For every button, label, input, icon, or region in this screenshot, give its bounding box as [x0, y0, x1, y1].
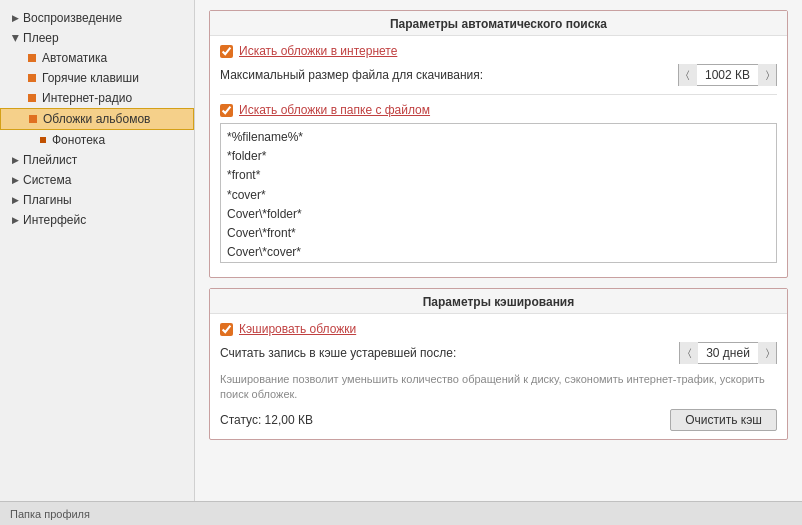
search-internet-row: Искать обложки в интернете [220, 44, 777, 58]
spinner-decrement-button[interactable]: 〈 [679, 64, 697, 86]
sidebar-label: Интернет-радио [42, 91, 132, 105]
content-area: ▶ Воспроизведение ▶ Плеер Автоматика Гор… [0, 0, 802, 501]
file-pattern-item: *cover* [227, 186, 770, 205]
sidebar-item-plugins[interactable]: ▶ Плагины [0, 190, 194, 210]
sidebar-item-internet-radio[interactable]: Интернет-радио [0, 88, 194, 108]
bullet-icon [28, 54, 36, 62]
search-folder-label[interactable]: Искать обложки в папке с файлом [239, 103, 430, 117]
sidebar-label: Система [23, 173, 71, 187]
spinner-increment-button[interactable]: 〉 [758, 64, 776, 86]
sidebar-label: Плейлист [23, 153, 77, 167]
sidebar-label: Плеер [23, 31, 59, 45]
cache-covers-checkbox[interactable] [220, 323, 233, 336]
cache-expire-spinner: 〈 30 дней 〉 [679, 342, 777, 364]
arrow-icon: ▶ [12, 195, 19, 205]
sidebar-item-playlist[interactable]: ▶ Плейлист [0, 150, 194, 170]
sidebar-label: Воспроизведение [23, 11, 122, 25]
max-file-size-spinner: 〈 1002 КВ 〉 [678, 64, 777, 86]
sidebar-label: Фонотека [52, 133, 105, 147]
arrow-icon: ▶ [12, 13, 19, 23]
arrow-icon: ▶ [12, 215, 19, 225]
search-section-title: Параметры автоматического поиска [210, 11, 787, 36]
sidebar-item-interface[interactable]: ▶ Интерфейс [0, 210, 194, 230]
file-pattern-item: Cover\*folder* [227, 205, 770, 224]
sidebar-item-system[interactable]: ▶ Система [0, 170, 194, 190]
file-pattern-item: *front* [227, 166, 770, 185]
cache-hint: Кэширование позволит уменьшить количеств… [220, 372, 777, 403]
bottom-bar-label: Папка профиля [10, 508, 90, 520]
cache-spinner-decrement-button[interactable]: 〈 [680, 342, 698, 364]
sidebar-item-album-covers[interactable]: Обложки альбомов [0, 108, 194, 130]
file-pattern-item: Scan*\*folder* [227, 262, 770, 263]
sidebar-item-hotkeys[interactable]: Горячие клавиши [0, 68, 194, 88]
cache-spinner-increment-button[interactable]: 〉 [758, 342, 776, 364]
max-file-size-label: Максимальный размер файла для скачивания… [220, 68, 678, 82]
status-row: Статус: 12,00 КВ Очистить кэш [220, 409, 777, 431]
bullet-icon [28, 74, 36, 82]
clear-cache-button[interactable]: Очистить кэш [670, 409, 777, 431]
cache-covers-label[interactable]: Кэшировать обложки [239, 322, 356, 336]
sidebar-label: Обложки альбомов [43, 112, 150, 126]
search-internet-label[interactable]: Искать обложки в интернете [239, 44, 397, 58]
search-section-content: Искать обложки в интернете Максимальный … [210, 36, 787, 277]
sidebar-label: Горячие клавиши [42, 71, 139, 85]
sidebar-label: Автоматика [42, 51, 107, 65]
search-internet-checkbox[interactable] [220, 45, 233, 58]
separator [220, 94, 777, 95]
search-folder-checkbox[interactable] [220, 104, 233, 117]
cache-section-content: Кэшировать обложки Считать запись в кэше… [210, 314, 787, 439]
file-pattern-item: *%filename%* [227, 128, 770, 147]
cache-section: Параметры кэширования Кэшировать обложки… [209, 288, 788, 440]
arrow-icon: ▶ [11, 35, 21, 42]
sidebar-label: Плагины [23, 193, 72, 207]
cache-covers-row: Кэшировать обложки [220, 322, 777, 336]
spinner-value: 1002 КВ [697, 64, 758, 86]
sidebar: ▶ Воспроизведение ▶ Плеер Автоматика Гор… [0, 0, 195, 501]
bullet-icon [29, 115, 37, 123]
cache-spinner-value: 30 дней [698, 342, 758, 364]
bottom-bar: Папка профиля [0, 501, 802, 525]
main-panel: Параметры автоматического поиска Искать … [195, 0, 802, 501]
sidebar-label: Интерфейс [23, 213, 86, 227]
status-text: Статус: 12,00 КВ [220, 413, 313, 427]
sidebar-item-player[interactable]: ▶ Плеер [0, 28, 194, 48]
max-file-size-row: Максимальный размер файла для скачивания… [220, 64, 777, 86]
bullet-icon [28, 94, 36, 102]
file-pattern-item: Cover\*front* [227, 224, 770, 243]
search-section: Параметры автоматического поиска Искать … [209, 10, 788, 278]
file-pattern-item: Cover\*cover* [227, 243, 770, 262]
sidebar-item-phonoteka[interactable]: Фонотека [0, 130, 194, 150]
cache-expire-label: Считать запись в кэше устаревшей после: [220, 346, 679, 360]
sidebar-item-playback[interactable]: ▶ Воспроизведение [0, 8, 194, 28]
file-patterns-list[interactable]: *%filename%**folder**front**cover*Cover\… [220, 123, 777, 263]
cache-expire-row: Считать запись в кэше устаревшей после: … [220, 342, 777, 364]
arrow-icon: ▶ [12, 155, 19, 165]
arrow-icon: ▶ [12, 175, 19, 185]
cache-section-title: Параметры кэширования [210, 289, 787, 314]
file-pattern-item: *folder* [227, 147, 770, 166]
main-window: ▶ Воспроизведение ▶ Плеер Автоматика Гор… [0, 0, 802, 525]
sidebar-item-automation[interactable]: Автоматика [0, 48, 194, 68]
search-folder-row: Искать обложки в папке с файлом [220, 103, 777, 117]
bullet-icon [40, 137, 46, 143]
